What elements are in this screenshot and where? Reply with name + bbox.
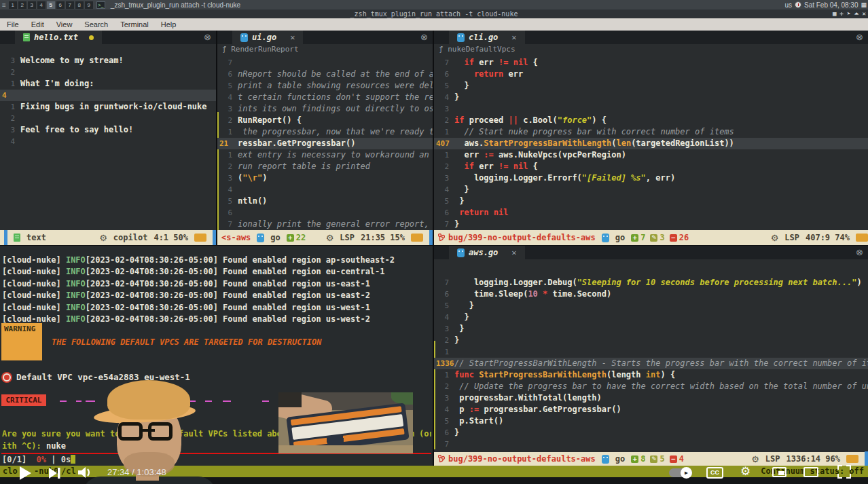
close-tab-icon[interactable]: ⊗ [420, 32, 428, 42]
move-window-icon[interactable]: ✛ [840, 10, 844, 18]
git-branch-icon [438, 234, 445, 242]
theater-mode-button[interactable] [803, 467, 818, 477]
terminal-app-icon[interactable]: >_ [96, 1, 105, 9]
code-line: 3 [434, 103, 868, 115]
workspace-5[interactable]: 5 [47, 1, 55, 9]
volume-button[interactable] [77, 466, 93, 479]
code-line: 7 if err != nil { [434, 57, 868, 69]
taskbar-window-title[interactable]: _zsh_tmux_plugin_run attach -t cloud-nuk… [111, 1, 240, 9]
tabline: aws.go ✕ ⊗ [434, 246, 868, 259]
code-area[interactable]: 7 if err != nil {6 return err5 }4}32if p… [434, 55, 868, 230]
tab-ui-go[interactable]: ui.go ✕ [232, 31, 303, 44]
lang-label: go [615, 233, 625, 242]
code-line: 7ionally print the general error report,… [217, 219, 433, 230]
tmux-window-fragment: /cl [61, 466, 76, 476]
editor-pane-cli-go: cli.go ✕ ⊗ ƒ nukeDefaultVpcs 7 if err !=… [434, 31, 868, 245]
code-line: 2 [0, 113, 216, 124]
go-file-icon [240, 33, 248, 42]
log-line: [cloud-nuke] INFO[2023-02-04T08:30:26-05… [2, 302, 433, 314]
code-line: 1 the progressbar, now that we're ready … [217, 126, 433, 138]
tab-aws-go[interactable]: aws.go ✕ [449, 246, 525, 259]
diff-mod-badge: ✎5 [650, 454, 664, 464]
miniplayer-button[interactable] [772, 467, 786, 477]
warning-badge: WARNING [1, 323, 42, 360]
workspace-6[interactable]: 6 [56, 1, 65, 9]
code-line: 4 [0, 136, 216, 147]
clock-label[interactable]: Sat Feb 04, 08:30 [804, 1, 858, 9]
menu-view[interactable]: View [56, 20, 73, 29]
code-line: 1 // Start nuke progress bar with correc… [434, 126, 868, 138]
code-line: 6 [217, 207, 433, 219]
code-line: 5 } [434, 196, 868, 207]
fullscreen-button[interactable] [837, 465, 851, 479]
tab-cli-go[interactable]: cli.go ✕ [449, 31, 525, 44]
workspace-2[interactable]: 2 [18, 1, 26, 9]
close-tab-x-icon[interactable]: ✕ [290, 33, 295, 42]
play-button[interactable] [18, 465, 33, 481]
branch-label: <s-aws [221, 233, 251, 242]
code-area[interactable]: 76nReport should be called at the end of… [217, 55, 433, 230]
code-line: 7 logging.Logger.Debug("Sleeping for 10 … [434, 277, 868, 288]
terminal-window-titlebar: _zsh_tmux_plugin_run attach -t cloud-nuk… [0, 10, 868, 18]
workspace-3[interactable]: 3 [28, 1, 36, 9]
code-area[interactable]: 3Welcome to my stream!21What I'm doing:4… [0, 44, 216, 147]
workspace-4[interactable]: 4 [37, 1, 46, 9]
time-display: 27:34 / 1:03:48 [107, 467, 166, 477]
filetype-label: text [26, 233, 46, 242]
code-line: 1What I'm doing: [0, 78, 216, 90]
typed-answer[interactable]: nuke [46, 441, 66, 451]
pin-window-icon[interactable]: ➤ [847, 10, 850, 18]
statusline-aws: bug/399-no-output-defaults-aws go +8✎5−4… [434, 452, 868, 466]
code-line: 2run report table is printed [217, 161, 433, 172]
workspace-pager[interactable]: 123456789 [8, 1, 94, 9]
menu-edit[interactable]: Edit [31, 20, 44, 29]
tab-hello-txt[interactable]: hello.txt [15, 31, 102, 44]
breadcrumb [434, 259, 868, 270]
breadcrumb: ƒ RenderRunReport [217, 44, 433, 55]
show-desktop-icon[interactable]: ▦ [861, 1, 867, 8]
code-line: 1Fixing bugs in gruntwork-io/cloud-nuke [0, 101, 216, 113]
next-button[interactable] [48, 466, 61, 480]
close-tab-x-icon[interactable]: ✕ [511, 33, 516, 42]
code-line: 7 [217, 57, 433, 69]
menu-file[interactable]: File [7, 20, 19, 29]
keyboard-layout-label[interactable]: us [784, 1, 792, 9]
menu-help[interactable]: Help [161, 20, 177, 29]
code-line: 2 [0, 67, 216, 78]
tab-label: aws.go [469, 248, 498, 257]
code-area[interactable]: 7 logging.Logger.Debug("Sleeping for 10 … [434, 270, 868, 450]
close-tab-icon[interactable]: ⊗ [204, 32, 211, 42]
close-window-icon[interactable]: ✕ [863, 10, 866, 18]
close-tab-icon[interactable]: ⊗ [856, 247, 863, 257]
menu-terminal[interactable]: Terminal [120, 20, 149, 29]
confirm-prompt-line2: ith ^C): nuke [2, 441, 66, 451]
statusline-hello: text ⚙ copilot 4:1 50% [0, 230, 216, 245]
menu-search[interactable]: Search [84, 20, 108, 29]
go-file-icon [457, 248, 465, 257]
cursor-position: 1336:14 96% [786, 454, 840, 464]
autoplay-toggle[interactable]: ▶ [669, 468, 692, 477]
current-line: 1336// StartProgressBarWithLength - Star… [434, 358, 868, 369]
workspace-7[interactable]: 7 [66, 1, 74, 9]
go-file-icon [457, 33, 465, 42]
lsp-gear-icon: ⚙ [771, 233, 779, 243]
settings-button[interactable]: ⚙ [740, 464, 751, 478]
go-lang-icon [602, 455, 609, 464]
branch-label: bug/399-no-output-defaults-aws [448, 233, 596, 242]
menu-grip-icon[interactable]: ≡ [2, 1, 6, 9]
workspace-9[interactable]: 9 [85, 1, 93, 9]
close-tab-icon[interactable]: ⊗ [856, 32, 863, 42]
tile-window-icon[interactable]: ▦ [833, 10, 836, 18]
scroll-indicator [429, 230, 433, 245]
close-tab-x-icon[interactable]: ✕ [511, 248, 516, 257]
current-line: 4 [0, 90, 216, 101]
code-line: 7 [434, 439, 868, 450]
subtitles-button[interactable]: CC [706, 467, 723, 479]
shade-window-icon[interactable]: ⏶ [854, 10, 858, 18]
workspace-8[interactable]: 8 [75, 1, 84, 9]
code-line: 3Feel free to say hello! [0, 124, 216, 136]
workspace-1[interactable]: 1 [9, 1, 17, 9]
tab-label: cli.go [469, 33, 498, 42]
progress-dashes [60, 401, 269, 402]
current-line: 407 aws.StartProgressBarWithLength(len(t… [434, 138, 868, 149]
